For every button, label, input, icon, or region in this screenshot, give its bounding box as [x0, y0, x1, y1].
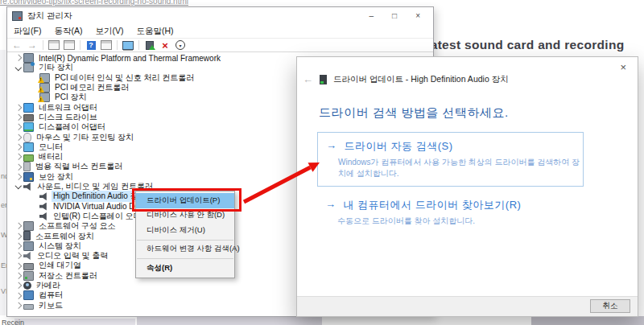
chevron-slot: [13, 105, 23, 110]
sound-device-icon: [39, 203, 48, 211]
background-bottom-bar: [531, 316, 644, 325]
usb-device-icon: [23, 162, 31, 171]
option-description: Windows가 컴퓨터에서 사용 가능한 최상의 드라이버를 검색하여 장치에…: [338, 157, 580, 179]
dialog-back-icon: ←: [303, 73, 313, 85]
chevron-expanded-icon[interactable]: [15, 183, 22, 189]
chevron-collapsed-icon[interactable]: [15, 292, 22, 298]
toolbar: ←→?×▾: [7, 39, 433, 52]
chevron-slot: [13, 274, 23, 278]
chevron-collapsed-icon[interactable]: [15, 144, 22, 150]
menu-item[interactable]: 보기(V): [89, 26, 130, 37]
menu-item[interactable]: 도움말(H): [130, 26, 180, 37]
scan-hardware-icon[interactable]: [122, 39, 134, 51]
computer-device-icon: [23, 290, 34, 300]
chevron-collapsed-icon[interactable]: [15, 114, 22, 121]
menu-item[interactable]: 파일(F): [7, 26, 47, 37]
chevron-collapsed-icon[interactable]: [15, 124, 22, 130]
update-driver-dialog: × ← 드라이버 업데이트 - High Definition Audio 장치…: [296, 56, 638, 317]
chevron-collapsed-icon[interactable]: [15, 243, 22, 249]
warning-badge-icon: [38, 96, 44, 102]
chevron-collapsed-icon[interactable]: [15, 174, 22, 180]
warning-badge-icon: [38, 86, 44, 93]
chevron-collapsed-icon[interactable]: [15, 253, 22, 259]
chevron-slot: [13, 303, 23, 308]
minimize-button[interactable]: –: [369, 11, 374, 20]
chevron-slot: [13, 67, 23, 70]
mouse-device-icon: [23, 133, 31, 142]
tree-item-label: 키보드: [37, 300, 64, 310]
chevron-slot: [13, 115, 23, 120]
device-manager-app-icon: [12, 11, 23, 21]
toolbar-separator: [117, 40, 118, 50]
chevron-collapsed-icon[interactable]: [15, 105, 22, 111]
option-search-automatically[interactable]: → 드라이버 자동 검색(S) Windows가 컴퓨터에서 사용 가능한 최상…: [317, 132, 584, 187]
context-menu-item[interactable]: 하드웨어 변경 사항 검색(A): [136, 242, 234, 257]
chevron-slot: [13, 125, 23, 130]
chevron-expanded-icon[interactable]: [15, 64, 22, 71]
audio-device-icon: [320, 75, 327, 84]
dialog-footer: 취소: [297, 296, 638, 316]
background-bottom-bar: [137, 317, 322, 325]
menu-item[interactable]: 동작(A): [47, 26, 89, 37]
device-manager-titlebar: 장치 관리자 – □ ×: [7, 7, 433, 24]
softcomp-device-icon: [23, 221, 34, 231]
chevron-slot: [13, 234, 23, 239]
cancel-button[interactable]: 취소: [590, 299, 630, 313]
uninstall-device-icon[interactable]: ×: [159, 39, 171, 51]
option-browse-computer[interactable]: → 내 컴퓨터에서 드라이버 찾아보기(R) 수동으로 드라이버를 찾아 설치합…: [325, 198, 521, 227]
chevron-collapsed-icon[interactable]: [15, 164, 22, 171]
chevron-collapsed-icon[interactable]: [15, 302, 22, 309]
battery-device-icon: [23, 154, 34, 162]
chevron-collapsed-icon[interactable]: [15, 223, 22, 229]
chevron-collapsed-icon[interactable]: [15, 55, 22, 61]
option-arrow-icon: →: [326, 139, 337, 154]
forward-icon[interactable]: →: [26, 39, 39, 51]
chevron-collapsed-icon[interactable]: [15, 262, 22, 269]
chevron-slot: [13, 175, 23, 179]
security-device-icon: [23, 172, 34, 182]
chevron-collapsed-icon[interactable]: [15, 273, 22, 279]
chip-device-icon: [23, 53, 34, 63]
chevron-collapsed-icon[interactable]: [15, 134, 22, 141]
dialog-title: 드라이버 업데이트 - High Definition Audio 장치: [333, 74, 509, 85]
background-url-text: re.com/video-tips/fix-screen-recording-n…: [0, 0, 188, 6]
chevron-slot: [13, 185, 23, 188]
console-tree-icon[interactable]: [47, 39, 60, 51]
chevron-slot: [13, 145, 23, 150]
menu-separator: [137, 258, 233, 259]
chevron-slot: [13, 253, 23, 258]
context-menu-item[interactable]: 디바이스 제거(U): [136, 223, 234, 238]
disable-device-icon[interactable]: ▾: [174, 39, 187, 51]
close-button[interactable]: ×: [415, 11, 420, 20]
warn-device-icon: [39, 73, 50, 83]
chevron-slot: [13, 294, 23, 298]
background-bottom-text: Recein: [2, 319, 24, 325]
chevron-slot: [13, 165, 23, 170]
menu-separator: [137, 240, 233, 241]
camera-device-icon: [23, 282, 31, 290]
storage-device-icon: [23, 271, 34, 281]
dialog-header: ← 드라이버 업데이트 - High Definition Audio 장치: [303, 73, 509, 85]
chevron-collapsed-icon[interactable]: [15, 282, 22, 289]
dialog-close-icon[interactable]: ×: [620, 61, 626, 73]
printer-device-icon: [23, 263, 34, 270]
help-icon[interactable]: ?: [85, 39, 97, 51]
option-arrow-icon: →: [325, 198, 336, 212]
maximize-button[interactable]: □: [392, 11, 397, 20]
back-icon[interactable]: ←: [10, 39, 23, 51]
menu-bar: 파일(F)동작(A)보기(V)도움말(H): [7, 24, 433, 39]
update-driver-icon[interactable]: [143, 39, 156, 51]
chevron-collapsed-icon[interactable]: [15, 154, 22, 160]
properties-icon[interactable]: [63, 39, 76, 51]
option-title[interactable]: 드라이버 자동 검색(S): [345, 139, 453, 154]
question-badge-icon: [31, 62, 35, 66]
software-device-icon: [23, 231, 31, 241]
chevron-collapsed-icon[interactable]: [15, 233, 22, 240]
option-title[interactable]: 내 컴퓨터에서 드라이버 찾아보기(R): [344, 198, 522, 212]
dialog-heading: 드라이버 검색 방법을 선택하세요.: [319, 105, 509, 121]
chevron-slot: [13, 135, 23, 140]
display-device-icon: [23, 122, 34, 132]
tree-item-label: Intel(R) Dynamic Platform and Thermal Fr…: [37, 54, 222, 63]
action-pane-icon[interactable]: [100, 39, 113, 51]
context-menu-item[interactable]: 속성(R): [136, 261, 234, 276]
